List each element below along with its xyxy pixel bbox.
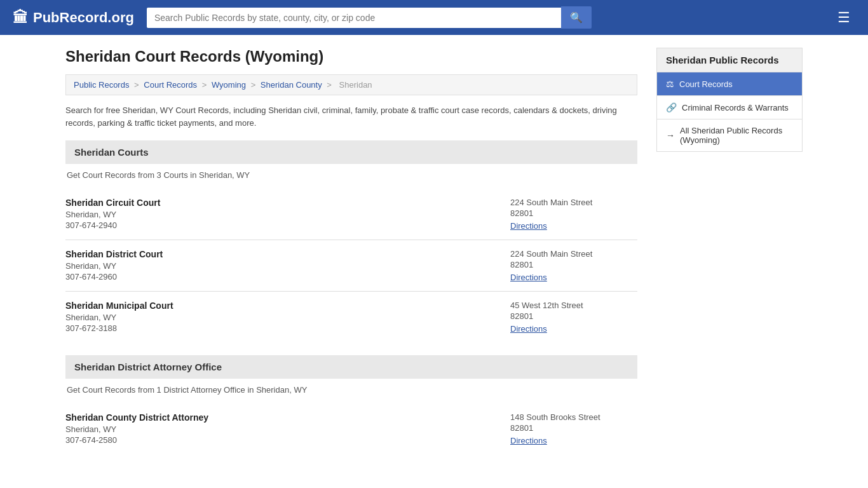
court-info-municipal: Sheridan Municipal Court Sheridan, WY 30… (65, 301, 173, 333)
main-container: Sheridan Court Records (Wyoming) Public … (53, 35, 815, 480)
court-city-municipal: Sheridan, WY (65, 313, 173, 322)
court-name-municipal: Sheridan Municipal Court (65, 301, 173, 311)
addr-street-attorney: 148 South Brooks Street (510, 412, 637, 422)
logo[interactable]: 🏛 PubRecord.org (13, 9, 134, 27)
search-area: 🔍 (147, 6, 592, 29)
breadcrumb-sep-3: > (251, 80, 258, 90)
directions-link-municipal[interactable]: Directions (510, 324, 547, 334)
breadcrumb: Public Records > Court Records > Wyoming… (65, 74, 637, 95)
logo-icon: 🏛 (13, 9, 28, 27)
court-address-circuit: 224 South Main Street 82801 Directions (510, 198, 637, 231)
directions-link-attorney[interactable]: Directions (510, 436, 547, 445)
courts-section-header: Sheridan Courts (65, 140, 637, 164)
sidebar: Sheridan Public Records ⚖ Court Records … (656, 48, 803, 467)
breadcrumb-sep-1: > (134, 80, 141, 90)
court-city-attorney: Sheridan, WY (65, 424, 208, 434)
table-row: Sheridan District Court Sheridan, WY 307… (65, 240, 637, 292)
court-records-icon: ⚖ (666, 79, 674, 89)
sidebar-item-court-records[interactable]: ⚖ Court Records (656, 72, 803, 96)
sidebar-item-all-records[interactable]: → All Sheridan Public Records (Wyoming) (656, 119, 803, 152)
search-input[interactable] (147, 8, 561, 28)
directions-link-circuit[interactable]: Directions (510, 221, 547, 231)
menu-button[interactable]: ☰ (832, 7, 855, 29)
search-icon: 🔍 (570, 12, 583, 23)
sidebar-item-label-all-records: All Sheridan Public Records (Wyoming) (680, 126, 793, 145)
addr-street-circuit: 224 South Main Street (510, 198, 637, 207)
court-address-district: 224 South Main Street 82801 Directions (510, 249, 637, 282)
addr-zip-circuit: 82801 (510, 208, 637, 218)
courts-list: Sheridan Circuit Court Sheridan, WY 307-… (65, 189, 637, 342)
breadcrumb-sep-4: > (327, 80, 334, 90)
table-row: Sheridan Municipal Court Sheridan, WY 30… (65, 292, 637, 342)
court-phone-attorney: 307-674-2580 (65, 435, 208, 445)
breadcrumb-sep-2: > (202, 80, 209, 90)
court-city-district: Sheridan, WY (65, 261, 163, 271)
addr-street-district: 224 South Main Street (510, 249, 637, 259)
menu-icon: ☰ (837, 10, 850, 25)
sidebar-item-criminal-records[interactable]: 🔗 Criminal Records & Warrants (656, 96, 803, 119)
sidebar-item-label-court-records: Court Records (679, 79, 733, 89)
court-info-district: Sheridan District Court Sheridan, WY 307… (65, 249, 163, 281)
breadcrumb-link-court-records[interactable]: Court Records (144, 80, 197, 90)
criminal-records-icon: 🔗 (666, 102, 677, 112)
site-header: 🏛 PubRecord.org 🔍 ☰ (0, 0, 868, 35)
addr-zip-attorney: 82801 (510, 423, 637, 433)
breadcrumb-link-public-records[interactable]: Public Records (74, 80, 129, 90)
court-address-attorney: 148 South Brooks Street 82801 Directions (510, 412, 637, 445)
breadcrumb-link-sheridan-county[interactable]: Sheridan County (261, 80, 322, 90)
breadcrumb-link-wyoming[interactable]: Wyoming (212, 80, 246, 90)
addr-zip-municipal: 82801 (510, 311, 637, 321)
attorney-section-desc: Get Court Records from 1 District Attorn… (65, 385, 637, 395)
table-row: Sheridan County District Attorney Sherid… (65, 403, 637, 454)
court-phone-circuit: 307-674-2940 (65, 220, 160, 230)
attorney-section-header: Sheridan District Attorney Office (65, 355, 637, 379)
breadcrumb-current: Sheridan (339, 80, 372, 90)
page-title: Sheridan Court Records (Wyoming) (65, 48, 637, 65)
courts-section-desc: Get Court Records from 3 Courts in Sheri… (65, 170, 637, 180)
sidebar-title: Sheridan Public Records (656, 48, 803, 72)
court-name-circuit: Sheridan Circuit Court (65, 198, 160, 208)
search-button[interactable]: 🔍 (561, 6, 592, 29)
content-area: Sheridan Court Records (Wyoming) Public … (65, 48, 637, 467)
addr-street-municipal: 45 West 12th Street (510, 301, 637, 310)
page-description: Search for free Sheridan, WY Court Recor… (65, 104, 637, 129)
attorney-list: Sheridan County District Attorney Sherid… (65, 403, 637, 454)
court-info-circuit: Sheridan Circuit Court Sheridan, WY 307-… (65, 198, 160, 230)
court-name-district: Sheridan District Court (65, 249, 163, 259)
directions-link-district[interactable]: Directions (510, 273, 547, 282)
table-row: Sheridan Circuit Court Sheridan, WY 307-… (65, 189, 637, 240)
court-city-circuit: Sheridan, WY (65, 210, 160, 219)
court-phone-municipal: 307-672-3188 (65, 323, 173, 333)
addr-zip-district: 82801 (510, 260, 637, 269)
sidebar-item-label-criminal-records: Criminal Records & Warrants (682, 103, 789, 112)
court-info-attorney: Sheridan County District Attorney Sherid… (65, 412, 208, 445)
logo-text: PubRecord.org (33, 10, 134, 26)
court-phone-district: 307-674-2960 (65, 272, 163, 281)
all-records-icon: → (666, 130, 675, 140)
court-address-municipal: 45 West 12th Street 82801 Directions (510, 301, 637, 334)
court-name-attorney: Sheridan County District Attorney (65, 412, 208, 423)
